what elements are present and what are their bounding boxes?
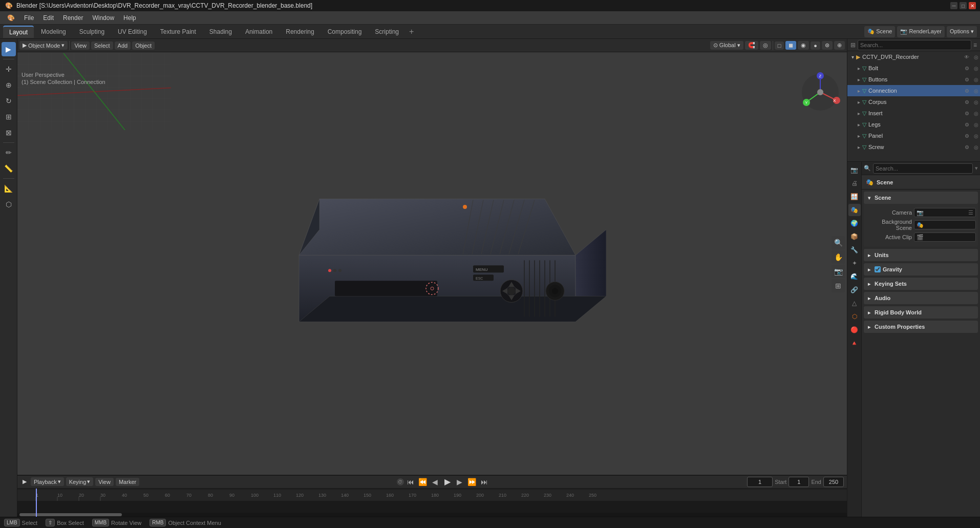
outliner-item-screw[interactable]: ▸ ▽ Screw ⚙ ◎ <box>847 141 980 153</box>
vis-icon[interactable]: ⚙ <box>963 109 971 117</box>
gravity-section-header[interactable]: ▸ Gravity <box>864 263 978 276</box>
tool-cursor[interactable]: ✛ <box>2 62 16 76</box>
restrict-icon[interactable]: ◎ <box>972 143 980 151</box>
view-menu[interactable]: View <box>71 41 90 50</box>
transform-pivot[interactable]: ⊙ Global ▾ <box>710 41 743 50</box>
vis-icon[interactable]: ⚙ <box>963 143 971 151</box>
props-tab-view-layer[interactable]: 🪟 <box>848 191 861 203</box>
menu-edit[interactable]: Edit <box>39 13 58 23</box>
viewport-ortho-tool[interactable]: ⊞ <box>832 279 845 292</box>
restrict-icon[interactable]: ◎ <box>972 98 980 106</box>
restrict-icon[interactable]: ◎ <box>972 109 980 117</box>
bg-scene-value[interactable]: 🎭 <box>914 220 976 229</box>
menu-help[interactable]: Help <box>119 13 140 23</box>
tool-transform[interactable]: ⊠ <box>2 125 16 140</box>
select-menu[interactable]: Select <box>91 41 113 50</box>
props-tab-scene[interactable]: 🎭 <box>848 204 861 216</box>
step-back-button[interactable]: ◀ <box>430 476 441 488</box>
camera-selector-icon[interactable]: ☰ <box>968 209 973 216</box>
visibility-icon[interactable]: 👁 <box>963 53 971 61</box>
viewport-shading-wire[interactable]: □ <box>775 41 784 50</box>
camera-value[interactable]: 📷 ☰ <box>914 208 976 217</box>
vis-icon[interactable]: ⚙ <box>963 87 971 95</box>
units-section-header[interactable]: ▸ Units <box>864 249 978 261</box>
tab-layout[interactable]: Layout <box>3 26 34 38</box>
custom-props-section-header[interactable]: ▸ Custom Properties <box>864 321 978 333</box>
restrict-icon[interactable]: ◎ <box>972 87 980 95</box>
props-tab-data[interactable]: △ <box>848 297 861 309</box>
renderlayer-selector[interactable]: 📷 RenderLayer <box>897 26 945 37</box>
timeline-scrollbar[interactable] <box>17 513 847 517</box>
props-tab-extra1[interactable]: 🔴 <box>848 324 861 336</box>
vis-icon[interactable]: ⚙ <box>963 64 971 72</box>
keying-menu[interactable]: Keying ▾ <box>66 477 94 486</box>
viewport-camera-tool[interactable]: 📷 <box>832 265 845 278</box>
viewport-shading-solid[interactable]: ◼ <box>785 41 796 50</box>
vis-icon[interactable]: ⚙ <box>963 75 971 83</box>
outliner-item-panel[interactable]: ▸ ▽ Panel ⚙ ◎ <box>847 130 980 141</box>
outliner-item-insert[interactable]: ▸ ▽ Insert ⚙ ◎ <box>847 108 980 119</box>
jump-start-button[interactable]: ⏮ <box>405 476 416 488</box>
marker-menu[interactable]: Marker <box>116 478 139 486</box>
playback-menu[interactable]: Playback ▾ <box>31 477 64 486</box>
proportional-edit[interactable]: ◎ <box>760 41 771 50</box>
gizmo-toggle[interactable]: ⊕ <box>834 41 845 50</box>
props-tab-object[interactable]: 📦 <box>848 230 861 243</box>
menu-blender[interactable]: 🎨 <box>3 13 19 23</box>
outliner-filter-icon[interactable]: ≡ <box>973 41 977 49</box>
tool-add[interactable]: ⬡ <box>2 197 16 212</box>
tool-annotate-line[interactable]: 📏 <box>2 161 16 176</box>
tab-scripting[interactable]: Scripting <box>369 26 405 37</box>
tab-rendering[interactable]: Rendering <box>280 26 320 37</box>
add-workspace-button[interactable]: + <box>406 26 417 37</box>
viewport-pan-tool[interactable]: ✋ <box>832 250 845 264</box>
outliner-item-connection[interactable]: ▸ ▽ Connection ⚙ ◎ <box>847 85 980 96</box>
add-menu[interactable]: Add <box>115 41 131 50</box>
props-tab-extra2[interactable]: 🔺 <box>848 337 861 349</box>
outliner-item-corpus[interactable]: ▸ ▽ Corpus ⚙ ◎ <box>847 96 980 108</box>
tab-animation[interactable]: Animation <box>239 26 279 37</box>
vis-icon[interactable]: ⚙ <box>963 132 971 140</box>
jump-end-button[interactable]: ⏭ <box>479 476 490 488</box>
play-button[interactable]: ▶ <box>442 476 453 488</box>
jump-prev-keyframe[interactable]: ⏪ <box>417 476 429 488</box>
filter-icon[interactable]: ▾ <box>975 165 978 172</box>
viewport-options[interactable]: Options ▾ <box>947 26 977 37</box>
props-search-input[interactable] <box>873 163 973 174</box>
object-menu[interactable]: Object <box>132 41 155 50</box>
minimize-button[interactable]: ─ <box>950 2 957 9</box>
props-tab-material[interactable]: ⬡ <box>848 310 861 323</box>
start-frame-input[interactable] <box>789 477 809 487</box>
outliner-item-buttons[interactable]: ▸ ▽ Buttons ⚙ ◎ <box>847 74 980 85</box>
view-menu-timeline[interactable]: View <box>95 478 114 486</box>
restrict-icon[interactable]: ◎ <box>972 75 980 83</box>
tab-compositing[interactable]: Compositing <box>322 26 368 37</box>
timeline-ruler[interactable]: 1 10 20 30 40 50 60 70 80 90 <box>17 489 847 517</box>
current-frame-input[interactable] <box>747 477 773 487</box>
outliner-item-scene-collection[interactable]: ▾ ▶ CCTV_DVR_Recorder 👁 ◎ <box>847 51 980 62</box>
jump-next-keyframe[interactable]: ⏩ <box>466 476 478 488</box>
step-forward-button[interactable]: ▶ <box>454 476 465 488</box>
props-tab-output[interactable]: 🖨 <box>848 177 861 189</box>
audio-section-header[interactable]: ▸ Audio <box>864 292 978 304</box>
keying-sets-section-header[interactable]: ▸ Keying Sets <box>864 278 978 290</box>
tab-modeling[interactable]: Modeling <box>35 26 72 37</box>
tool-annotate[interactable]: ✏ <box>2 145 16 160</box>
vis-icon[interactable]: ⚙ <box>963 98 971 106</box>
maximize-button[interactable]: □ <box>960 2 967 9</box>
tool-measure[interactable]: 📐 <box>2 181 16 196</box>
tab-shading[interactable]: Shading <box>203 26 238 37</box>
viewport-shading-material[interactable]: ◉ <box>798 41 809 50</box>
snap-toggle[interactable]: 🧲 <box>745 41 758 50</box>
gravity-checkbox[interactable] <box>875 266 881 272</box>
scene-selector[interactable]: 🎭 Scene <box>864 26 895 37</box>
props-tab-physics[interactable]: 🌊 <box>848 270 861 283</box>
scene-section-header[interactable]: ▾ Scene <box>864 192 978 204</box>
active-clip-value[interactable]: 🎬 <box>914 233 976 242</box>
3d-viewport[interactable]: MENU ESC <box>17 53 847 475</box>
outliner-item-legs[interactable]: ▸ ▽ Legs ⚙ ◎ <box>847 119 980 130</box>
tab-sculpting[interactable]: Sculpting <box>73 26 111 37</box>
props-tab-render[interactable]: 📷 <box>848 164 861 176</box>
mode-selector[interactable]: ▶ Object Mode ▾ <box>19 41 68 50</box>
props-tab-constraints[interactable]: 🔗 <box>848 284 861 296</box>
